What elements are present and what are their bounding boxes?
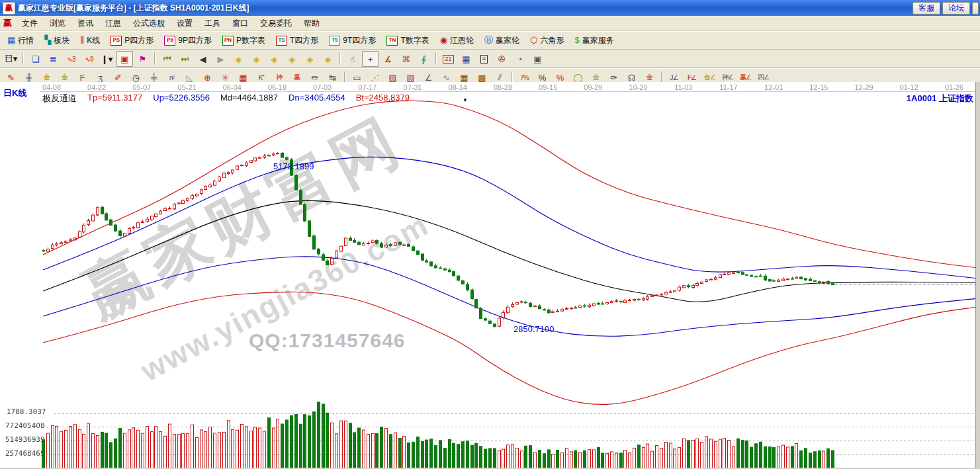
matrix-grid-icon: ▦ — [239, 73, 247, 83]
kline-button-label: K线 — [87, 35, 100, 46]
crosshair-icon[interactable]: + — [362, 51, 379, 67]
indicator-row: 极反通道 Tp=5911.3177Up=5226.3556Md=4464.188… — [42, 93, 410, 105]
next-bar-button[interactable]: ▶ — [212, 51, 229, 67]
small-coord-9-icon[interactable]: ∿9 — [81, 51, 97, 67]
box-select-icon: ▭ — [353, 73, 361, 83]
customer-service-button[interactable]: 客服 — [913, 2, 940, 15]
p-square-button[interactable]: PSP四方形 — [106, 33, 158, 48]
workstation-icon: ▣ — [533, 54, 541, 64]
menu-trade-order[interactable]: 交易委托 — [254, 17, 298, 29]
menu-formula-stock-pick[interactable]: 公式选股 — [127, 17, 171, 29]
next-bar-button: ▶ — [218, 54, 224, 64]
comb-ruler-icon: ╫ — [26, 73, 32, 83]
menu-gann[interactable]: 江恩 — [99, 17, 127, 29]
slash-lines-icon: ⫽ — [498, 72, 502, 83]
date-tick-07-17: 07-17 — [358, 83, 377, 91]
indicator-value-dn: Dn=3405.4554 — [289, 93, 345, 105]
last-page-button[interactable]: ⏭ — [177, 51, 193, 67]
gann-wheel-button[interactable]: ◉江恩轮 — [435, 33, 478, 48]
window-layout-icon[interactable]: ❏ — [27, 51, 44, 67]
first-page-button: ⏮ — [163, 54, 171, 64]
zoom-h-diamond-icon[interactable]: ◈ — [266, 51, 283, 67]
date-tick-01-26: 01-26 — [945, 83, 963, 91]
date-tick-06-04: 06-04 — [223, 83, 242, 91]
first-page-button[interactable]: ⏮ — [159, 51, 175, 67]
gold-lines-icon: 金 — [593, 73, 599, 82]
winner-wheel-button-label: 赢家轮 — [496, 35, 519, 46]
window-right-border — [975, 82, 980, 469]
menu-browse[interactable]: 浏览 — [44, 17, 71, 29]
menu-bar: 赢 文件浏览资讯江恩公式选股设置工具窗口交易委托帮助 — [0, 16, 980, 31]
color-chart-icon[interactable]: ⚑ — [134, 51, 151, 67]
zoom-right-diamond-icon[interactable]: ◈ — [248, 51, 265, 67]
angle-measure-icon[interactable]: ∡ — [380, 51, 396, 67]
clock-globe-icon[interactable]: ◔ — [512, 51, 528, 67]
menu-file[interactable]: 文件 — [16, 17, 44, 29]
calendar-icon[interactable]: 21 — [440, 51, 457, 67]
f-ruler-icon: F — [80, 73, 85, 83]
prev-bar-button[interactable]: ◀ — [195, 51, 211, 67]
save-icon[interactable]: ✇ — [494, 51, 510, 67]
indicator-frame-icon[interactable]: ▣ — [116, 51, 133, 67]
n-square-icon: n² — [169, 74, 174, 81]
menu-news[interactable]: 资讯 — [71, 17, 99, 29]
clipped-title-button[interactable] — [972, 2, 979, 15]
t9-square-button-icon: T9 — [329, 36, 340, 46]
period-day-button[interactable]: 日▾ — [3, 51, 19, 67]
volume-scale-label-3: 257468469 — [5, 449, 45, 458]
pan-hand-icon[interactable]: ☝ — [344, 51, 361, 67]
zoom-fit-diamond-icon[interactable]: ◈ — [320, 51, 336, 67]
winner-service-button-label: 赢家服务 — [582, 35, 614, 46]
t9-square-button-label: 9T四方形 — [343, 35, 376, 46]
angle-line-icon: ∠ — [425, 73, 433, 83]
quote-list-icon[interactable]: ≣ — [45, 51, 62, 67]
winner-wheel-button-icon: Ⓑ — [484, 36, 493, 45]
sectors-button-label: 板块 — [54, 35, 69, 46]
color-chart-icon: ⚑ — [139, 54, 147, 64]
window-layout-icon: ❏ — [32, 54, 40, 64]
indicator-frame-icon: ▣ — [120, 54, 128, 64]
toolbar-separator — [339, 53, 341, 65]
zoom-v-diamond-icon[interactable]: ◈ — [284, 51, 300, 67]
date-tick-01-12: 01-12 — [900, 83, 918, 91]
kline-chart-canvas[interactable] — [0, 82, 980, 469]
menu-help[interactable]: 帮助 — [298, 17, 326, 29]
winner-wheel-button[interactable]: Ⓑ赢家轮 — [480, 33, 524, 48]
forum-button[interactable]: 论坛 — [942, 2, 970, 15]
hexagon-button[interactable]: ⬡六角形 — [525, 33, 568, 48]
zoom-all-diamond-icon[interactable]: ◈ — [302, 51, 318, 67]
zoom-left-diamond-icon[interactable]: ◈ — [230, 51, 247, 67]
pan-hand-icon: ☝ — [350, 54, 355, 64]
candle-style-button[interactable]: ❙▾ — [99, 51, 115, 67]
period-label: 日K线 — [3, 87, 26, 99]
quotes-button-icon: ▦ — [7, 36, 15, 45]
p-number-button[interactable]: PNP数字表 — [218, 33, 270, 48]
winner-service-button[interactable]: $赢家服务 — [570, 33, 618, 48]
workstation-icon[interactable]: ▣ — [529, 51, 546, 67]
spiral-shape-icon[interactable]: ∮ — [416, 51, 432, 67]
volume-scale-label-1: 772405408 — [5, 421, 45, 430]
period-day-button: 日▾ — [5, 53, 18, 65]
small-coord-3-icon: ∿3 — [67, 56, 75, 63]
menu-window[interactable]: 窗口 — [226, 17, 254, 29]
gold-angle-icon: 金∠ — [704, 73, 715, 82]
notes-icon[interactable]: ≡ — [476, 51, 492, 67]
quotes-button[interactable]: ▦行情 — [3, 33, 38, 48]
toolbar-separator — [22, 53, 24, 65]
menu-tools[interactable]: 工具 — [199, 17, 226, 29]
app-logo-icon: 赢 — [3, 2, 15, 15]
ruler-123-icon: ⏛ — [311, 72, 318, 83]
date-tick-04-22: 04-22 — [87, 83, 106, 91]
t-number-button[interactable]: TNT数字表 — [382, 33, 433, 48]
small-coord-3-icon[interactable]: ∿3 — [63, 51, 79, 67]
menu-settings[interactable]: 设置 — [171, 17, 199, 29]
date-tick-07-03: 07-03 — [313, 83, 332, 91]
calculator-icon[interactable]: ▦ — [458, 51, 474, 67]
gann-shape-icon[interactable]: ⌘ — [398, 51, 414, 67]
t9-square-button[interactable]: T99T四方形 — [324, 33, 380, 48]
p9-square-button[interactable]: P99P四方形 — [159, 33, 216, 48]
kline-button[interactable]: ⫼K线 — [75, 33, 105, 48]
sectors-button[interactable]: ▚板块 — [40, 33, 74, 48]
t-square-button[interactable]: TST四方形 — [271, 33, 323, 48]
zoom-left-diamond-icon: ◈ — [236, 54, 242, 64]
